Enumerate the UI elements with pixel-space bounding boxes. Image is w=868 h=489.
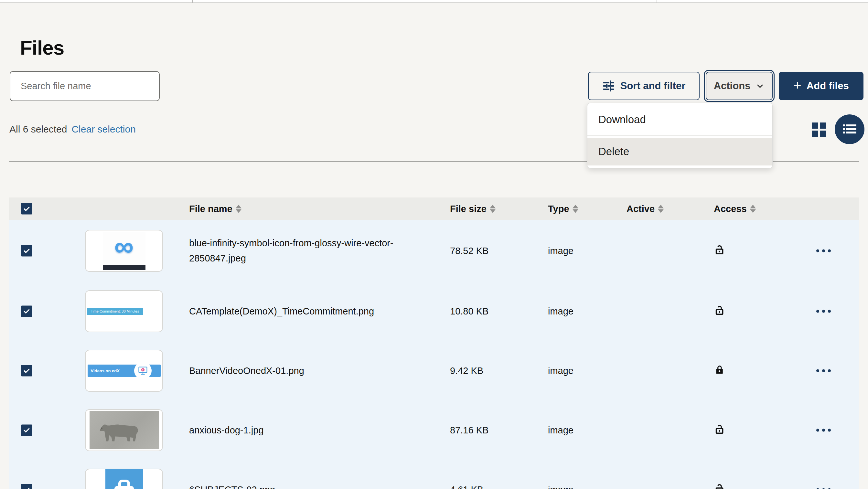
row-actions-button[interactable] bbox=[813, 426, 834, 435]
file-thumbnail: ∞ bbox=[85, 230, 163, 272]
check-icon bbox=[23, 486, 31, 489]
file-type: image bbox=[548, 425, 574, 436]
file-thumbnail: Time Commitment: 30 Minutes bbox=[85, 290, 163, 332]
search-input[interactable] bbox=[10, 71, 160, 101]
select-all-checkbox[interactable] bbox=[21, 203, 32, 215]
file-name: BannerVideoOnedX-01.png bbox=[189, 363, 304, 379]
select-all-checkbox-cell bbox=[21, 203, 32, 215]
lock-open-icon bbox=[714, 423, 725, 437]
watermark-strip bbox=[103, 265, 146, 270]
column-header-file-name[interactable]: File name bbox=[189, 204, 242, 214]
file-size: 87.16 KB bbox=[450, 425, 489, 436]
list-view-button[interactable] bbox=[835, 115, 864, 144]
sort-icon bbox=[750, 205, 756, 213]
row-actions-button[interactable] bbox=[813, 366, 834, 376]
menu-item-download[interactable]: Download bbox=[587, 106, 772, 133]
row-checkbox[interactable] bbox=[21, 306, 32, 317]
selection-status: All 6 selected bbox=[9, 124, 67, 135]
file-thumbnail: Videos on edX bbox=[85, 350, 163, 392]
lock-open-icon bbox=[714, 483, 725, 489]
file-size: 78.52 KB bbox=[450, 246, 489, 256]
video-monitor-icon bbox=[134, 362, 152, 380]
lock-open-icon bbox=[714, 244, 725, 258]
file-type: image bbox=[548, 306, 574, 317]
top-strip-divider bbox=[192, 0, 193, 3]
sort-icon bbox=[572, 205, 578, 213]
row-actions-button[interactable] bbox=[813, 307, 834, 316]
file-thumbnail bbox=[85, 469, 163, 489]
tune-icon bbox=[602, 79, 615, 92]
dog-silhouette bbox=[97, 415, 152, 446]
row-checkbox[interactable] bbox=[21, 365, 32, 377]
add-files-label: Add files bbox=[807, 80, 849, 92]
sort-icon bbox=[490, 205, 496, 213]
sort-and-filter-button[interactable]: Sort and filter bbox=[588, 72, 700, 100]
table-header: File name File size Type Active Access bbox=[9, 197, 859, 220]
dog-photo-thumbnail bbox=[90, 411, 159, 449]
clear-selection-link[interactable]: Clear selection bbox=[71, 124, 135, 135]
file-thumbnail bbox=[85, 409, 163, 451]
check-icon bbox=[23, 247, 31, 255]
row-checkbox[interactable] bbox=[21, 484, 32, 489]
menu-divider bbox=[587, 135, 772, 136]
file-name: blue-infinity-symbol-icon-from-glossy-wi… bbox=[189, 236, 448, 266]
column-header-file-size[interactable]: File size bbox=[450, 204, 496, 214]
files-page: Files Sort and filter Actions + Add file… bbox=[0, 0, 868, 489]
infinity-thumbnail-image: ∞ bbox=[103, 232, 146, 270]
sort-and-filter-label: Sort and filter bbox=[620, 80, 686, 92]
sort-icon bbox=[658, 205, 664, 213]
file-name: CATemplate(DemoX)_TimeCommitment.png bbox=[189, 304, 374, 319]
top-strip-divider bbox=[657, 0, 657, 3]
sort-icon bbox=[236, 205, 242, 213]
column-header-access[interactable]: Access bbox=[714, 204, 756, 214]
check-icon bbox=[23, 307, 31, 316]
file-type: image bbox=[548, 246, 574, 256]
table-row: anxious-dog-1.jpg 87.16 KB image bbox=[9, 400, 859, 460]
more-actions-icon bbox=[816, 310, 831, 313]
briefcase-thumbnail bbox=[105, 469, 143, 489]
list-view-icon bbox=[842, 124, 857, 135]
chevron-down-icon bbox=[755, 82, 765, 91]
table-row: Videos on edX BannerVideoOnedX-01.png 9.… bbox=[9, 341, 859, 400]
videos-banner: Videos on edX bbox=[88, 365, 161, 377]
actions-button[interactable]: Actions bbox=[706, 72, 773, 100]
selection-bar: All 6 selected Clear selection bbox=[9, 124, 136, 135]
file-name: anxious-dog-1.jpg bbox=[189, 423, 264, 438]
lock-open-icon bbox=[714, 304, 725, 318]
row-checkbox[interactable] bbox=[21, 245, 32, 257]
check-icon bbox=[23, 426, 31, 434]
actions-dropdown-menu: Download Delete bbox=[587, 103, 773, 168]
add-files-button[interactable]: + Add files bbox=[779, 72, 864, 100]
table-row: ∞ blue-infinity-symbol-icon-from-glossy-… bbox=[9, 220, 859, 282]
check-icon bbox=[23, 205, 31, 213]
browser-top-strip bbox=[0, 0, 868, 3]
file-size: 4.61 KB bbox=[450, 485, 483, 489]
row-actions-button[interactable] bbox=[813, 246, 834, 256]
file-size: 10.80 KB bbox=[450, 306, 489, 317]
grid-view-button[interactable] bbox=[811, 122, 827, 137]
more-actions-icon bbox=[816, 369, 831, 372]
column-header-active[interactable]: Active bbox=[626, 204, 664, 214]
column-header-type[interactable]: Type bbox=[548, 204, 578, 214]
file-type: image bbox=[548, 485, 574, 489]
file-size: 9.42 KB bbox=[450, 365, 483, 376]
row-checkbox[interactable] bbox=[21, 425, 32, 436]
more-actions-icon bbox=[816, 250, 831, 253]
grid-view-icon bbox=[811, 122, 827, 137]
file-type: image bbox=[548, 365, 574, 376]
table-row: Time Commitment: 30 Minutes CATemplate(D… bbox=[9, 282, 859, 341]
briefcase-icon bbox=[111, 478, 137, 489]
more-actions-icon bbox=[816, 429, 831, 432]
row-actions-button[interactable] bbox=[813, 485, 834, 489]
file-name: 6SUBJECTS-02.png bbox=[189, 482, 275, 489]
time-commitment-banner: Time Commitment: 30 Minutes bbox=[87, 308, 143, 315]
infinity-symbol: ∞ bbox=[115, 233, 134, 260]
page-title: Files bbox=[20, 36, 64, 59]
lock-closed-icon bbox=[714, 364, 725, 378]
table-row: 6SUBJECTS-02.png 4.61 KB image bbox=[9, 460, 859, 489]
check-icon bbox=[23, 367, 31, 375]
menu-item-delete[interactable]: Delete bbox=[587, 138, 772, 165]
actions-label: Actions bbox=[714, 80, 751, 92]
